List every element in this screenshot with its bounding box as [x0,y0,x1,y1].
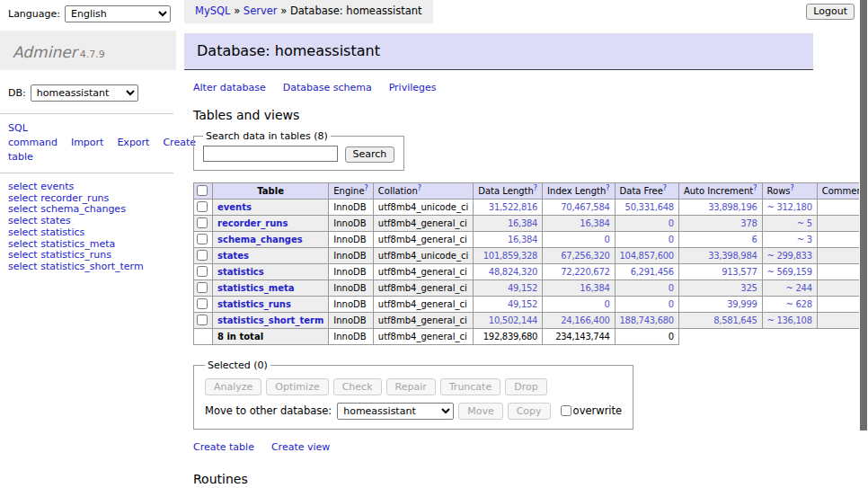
search-input[interactable] [203,146,338,162]
auto-increment-link[interactable]: 33,398,984 [708,251,757,261]
breadcrumb-item-mysql[interactable]: MySQL [195,4,231,17]
breadcrumb-item-server[interactable]: Server [244,4,278,17]
table-link-statistics-short-term[interactable]: statistics_short_term [217,315,323,325]
auto-increment-link[interactable]: 6 [751,235,757,244]
rows-link[interactable]: ~ 136,108 [767,315,812,325]
logout-button[interactable]: Logout [806,4,855,20]
sidebar-link-select-statistics[interactable]: select statistics [8,226,84,238]
data-free-link[interactable]: 0 [669,299,674,309]
sidebar-link-select-events[interactable]: select events [8,181,74,192]
auto-increment-link[interactable]: 325 [740,283,757,293]
sidebar-link-select-statistics-short-term[interactable]: select statistics_short_term [8,261,144,272]
data-free-link[interactable]: 0 [669,235,674,244]
help-link[interactable]: ? [753,184,757,192]
move-button[interactable]: Move [458,403,503,420]
scrollbar-thumb[interactable] [860,0,867,430]
select-all-checkbox[interactable] [197,185,208,196]
rows-link[interactable]: ~ 299,833 [767,251,812,261]
data-free-link[interactable]: 188,743,680 [620,315,674,325]
table-link-recorder-runs[interactable]: recorder_runs [217,218,288,228]
rows-link[interactable]: ~ 3 [797,235,812,244]
index-length-link[interactable]: 24,166,400 [561,315,609,325]
data-free-link[interactable]: 0 [669,218,674,228]
drop-button[interactable]: Drop [505,378,546,395]
table-link-statistics-meta[interactable]: statistics_meta [217,283,294,293]
index-length-link[interactable]: 16,384 [580,283,609,293]
auto-increment-link[interactable]: 39,999 [727,299,757,309]
help-link[interactable]: ? [365,184,368,192]
row-checkbox[interactable] [197,250,208,261]
index-length-link[interactable]: 0 [604,235,609,244]
auto-increment-link[interactable]: 8,581,645 [713,315,757,325]
language-select[interactable]: English [65,5,171,22]
index-length-link[interactable]: 67,256,320 [561,251,609,261]
sidebar-link-select-statistics-meta[interactable]: select statistics_meta [8,238,115,250]
row-checkbox[interactable] [197,282,208,293]
sidebar-link-select-statistics-runs[interactable]: select statistics_runs [8,249,111,261]
row-checkbox[interactable] [197,217,208,228]
sidebar-link-select-states[interactable]: select states [8,215,71,226]
data-free-link[interactable]: 6,291,456 [631,267,674,277]
row-checkbox[interactable] [197,234,208,244]
table-link-events[interactable]: events [217,202,252,212]
rows-link[interactable]: ~ 5 [797,218,812,228]
index-length-link[interactable]: 0 [604,299,609,309]
sidebar-link-select-schema-changes[interactable]: select schema_changes [8,203,126,215]
db-link-alter-database[interactable]: Alter database [193,82,266,93]
data-free-link[interactable]: 50,331,648 [625,202,674,212]
sidebar-action-sql-command[interactable]: SQL command [8,122,58,148]
truncate-button[interactable]: Truncate [440,378,500,395]
help-link[interactable]: ? [606,184,609,192]
row-checkbox[interactable] [197,315,208,325]
auto-increment-link[interactable]: 913,577 [722,267,757,277]
copy-button[interactable]: Copy [508,403,551,420]
data-length-link[interactable]: 101,859,328 [483,251,537,261]
data-length-link[interactable]: 48,824,320 [489,267,537,277]
repair-button[interactable]: Repair [386,378,436,395]
rows-link[interactable]: ~ 569,159 [767,267,812,277]
rows-link[interactable]: ~ 628 [786,299,812,309]
data-length-link[interactable]: 49,152 [508,299,537,309]
table-link-schema-changes[interactable]: schema_changes [217,235,303,244]
check-button[interactable]: Check [333,378,382,395]
db-select[interactable]: homeassistant [31,84,138,102]
auto-increment-link[interactable]: 378 [740,218,757,228]
row-checkbox[interactable] [197,266,208,277]
analyze-button[interactable]: Analyze [205,378,261,395]
sidebar-link-select-recorder-runs[interactable]: select recorder_runs [8,192,109,204]
data-length-link[interactable]: 49,152 [508,283,537,293]
table-link-statistics[interactable]: statistics [217,267,264,277]
index-length-link[interactable]: 72,220,672 [561,267,609,277]
sidebar-action-import[interactable]: Import [71,137,104,148]
create-link-create-view[interactable]: Create view [271,441,330,453]
data-length-link[interactable]: 16,384 [508,218,537,228]
index-length-link[interactable]: 16,384 [580,218,609,228]
move-db-select[interactable]: homeassistant [337,403,454,420]
db-link-database-schema[interactable]: Database schema [283,82,372,93]
search-button[interactable]: Search [345,146,395,163]
data-length-link[interactable]: 16,384 [508,235,537,244]
data-free-link[interactable]: 104,857,600 [620,251,674,261]
row-checkbox[interactable] [197,298,208,309]
data-length-link[interactable]: 31,522,816 [489,202,537,212]
auto-increment-link[interactable]: 33,898,196 [708,202,757,212]
data-free-link[interactable]: 0 [669,283,674,293]
table-link-statistics-runs[interactable]: statistics_runs [217,299,291,309]
help-link[interactable]: ? [418,184,421,192]
sidebar-action-export[interactable]: Export [117,137,149,148]
overwrite-checkbox[interactable] [561,405,571,416]
help-link[interactable]: ? [534,184,537,192]
rows-link[interactable]: ~ 312,180 [767,202,812,212]
optimize-button[interactable]: Optimize [266,378,328,395]
scrollbar[interactable] [859,0,868,488]
help-link[interactable]: ? [663,184,667,192]
data-length-link[interactable]: 10,502,144 [489,315,537,325]
table-link-states[interactable]: states [217,251,249,261]
help-link[interactable]: ? [791,184,794,192]
collation-cell: utf8mb4_general_ci [373,280,473,297]
rows-link[interactable]: ~ 244 [786,283,812,293]
db-link-privileges[interactable]: Privileges [389,82,437,93]
row-checkbox[interactable] [197,201,208,212]
index-length-link[interactable]: 70,467,584 [561,202,609,212]
create-link-create-table[interactable]: Create table [193,441,254,453]
